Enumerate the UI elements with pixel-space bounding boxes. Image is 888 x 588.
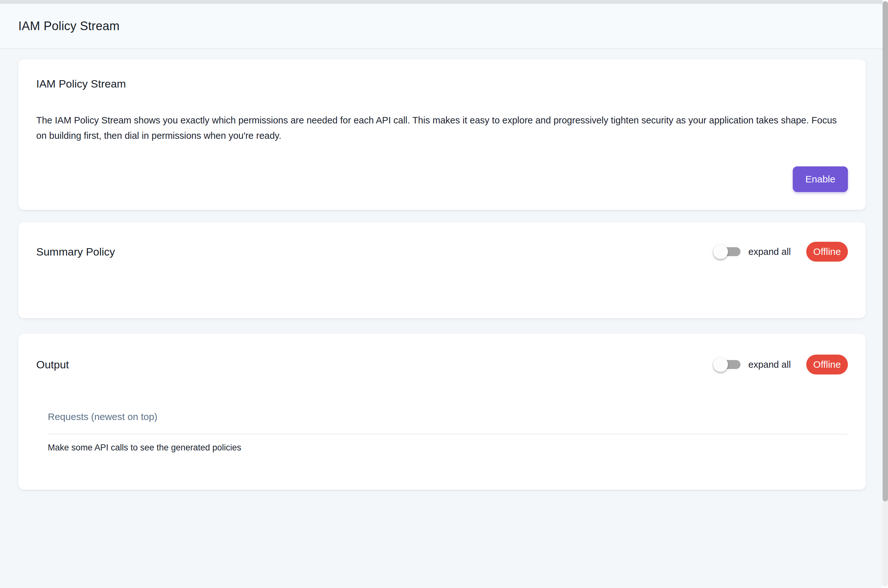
summary-expand-all-switch[interactable] xyxy=(714,244,741,259)
switch-thumb xyxy=(713,244,728,259)
page-title: IAM Policy Stream xyxy=(18,19,120,33)
summary-policy-card: Summary Policy expand all Offline xyxy=(18,222,866,318)
requests-divider xyxy=(48,434,848,434)
page-header: IAM Policy Stream xyxy=(0,4,888,49)
requests-section: Requests (newest on top) Make some API c… xyxy=(48,411,848,453)
output-expand-all-switch[interactable] xyxy=(714,357,741,372)
requests-section-title: Requests (newest on top) xyxy=(48,411,848,423)
switch-thumb xyxy=(713,357,728,372)
requests-empty-message: Make some API calls to see the generated… xyxy=(48,443,848,453)
summary-expand-all-label: expand all xyxy=(748,246,791,257)
output-status-badge: Offline xyxy=(806,355,848,375)
iam-policy-stream-page: IAM Policy Stream IAM Policy Stream The … xyxy=(0,0,888,588)
enable-button[interactable]: Enable xyxy=(793,166,848,192)
summary-card-header: Summary Policy expand all Offline xyxy=(36,239,848,264)
summary-card-title: Summary Policy xyxy=(36,245,115,258)
intro-card: IAM Policy Stream The IAM Policy Stream … xyxy=(18,59,866,210)
main-content: IAM Policy Stream The IAM Policy Stream … xyxy=(0,49,888,490)
summary-status-badge: Offline xyxy=(806,242,848,262)
intro-card-title: IAM Policy Stream xyxy=(36,77,848,90)
scrollbar[interactable] xyxy=(882,0,888,588)
output-card: Output expand all Offline Requests (newe… xyxy=(18,334,866,490)
output-expand-all-label: expand all xyxy=(748,359,791,370)
scrollbar-thumb[interactable] xyxy=(882,1,888,501)
window-top-strip xyxy=(0,0,888,4)
intro-description: The IAM Policy Stream shows you exactly … xyxy=(36,112,838,143)
summary-card-controls: expand all Offline xyxy=(714,242,848,262)
intro-actions-row: Enable xyxy=(36,166,848,192)
output-card-controls: expand all Offline xyxy=(714,355,848,375)
output-card-header: Output expand all Offline xyxy=(36,352,848,377)
output-card-title: Output xyxy=(36,358,69,371)
